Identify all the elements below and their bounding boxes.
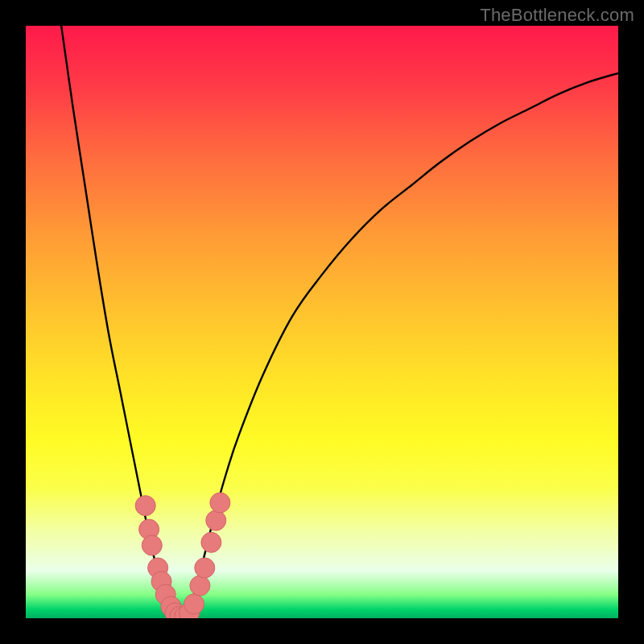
- data-marker: [210, 493, 230, 513]
- chart-svg: [26, 26, 618, 618]
- data-marker: [201, 532, 221, 552]
- chart-frame: TheBottleneck.com: [0, 0, 644, 644]
- data-marker: [135, 496, 155, 516]
- data-marker: [195, 558, 215, 578]
- data-marker: [206, 510, 226, 530]
- left-branch-path: [61, 26, 180, 617]
- watermark-text: TheBottleneck.com: [480, 5, 634, 26]
- plot-area: [26, 26, 618, 618]
- data-marker: [190, 576, 210, 596]
- data-markers-group: [135, 493, 230, 618]
- data-marker: [184, 594, 204, 614]
- data-marker: [142, 535, 162, 555]
- right-branch-path: [180, 73, 618, 617]
